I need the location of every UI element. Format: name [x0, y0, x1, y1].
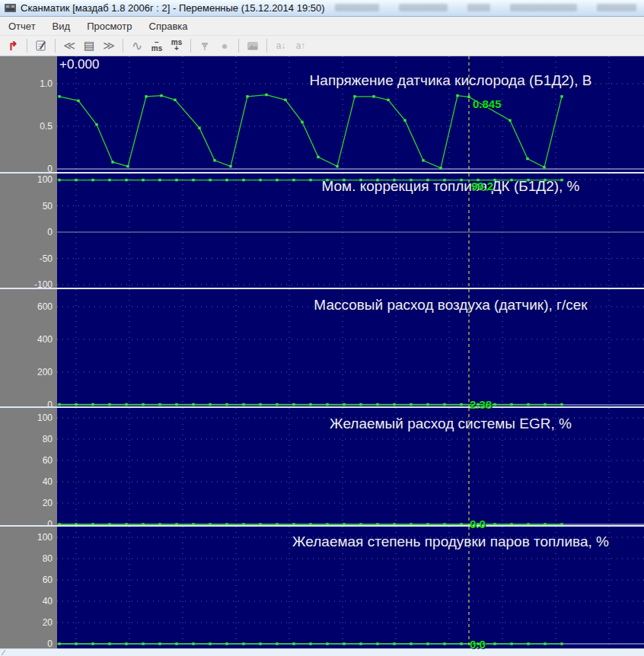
next-page-icon[interactable]: ≫: [100, 37, 118, 55]
cursor-value-label: 99.2: [471, 180, 493, 193]
menu-bar: Отчет Вид Просмотр Справка: [0, 17, 644, 36]
menu-view[interactable]: Вид: [44, 18, 79, 35]
toolbar-separator: [123, 39, 123, 53]
chart-panel-o2-voltage[interactable]: 1.00.50 +0.000 Напряжение датчика кислор…: [0, 56, 644, 172]
prev-page-icon[interactable]: ≪: [60, 37, 78, 55]
window-titlebar: Сканматик [маздаб 1.8 2006г : 2] - Перем…: [0, 0, 644, 17]
ms-decrease-icon[interactable]: −ms: [148, 37, 166, 55]
svg-text:20: 20: [43, 617, 53, 628]
chart-panel-evap-purge[interactable]: 100806040200 Желаемая степень продувки п…: [0, 525, 644, 648]
svg-text:0: 0: [47, 400, 53, 406]
app-icon: [5, 3, 16, 13]
trace-offset-label: +0.000: [59, 57, 99, 72]
image-export-icon[interactable]: [244, 37, 262, 55]
svg-text:-100: -100: [34, 279, 53, 288]
cursor-value-label: 0.0: [470, 517, 486, 530]
window-title: Сканматик [маздаб 1.8 2006г : 2] - Перем…: [21, 2, 325, 14]
chart-title: Желаемый расход системы EGR, %: [330, 416, 572, 432]
svg-text:60: 60: [43, 455, 53, 466]
svg-text:100: 100: [37, 412, 53, 423]
chart-title: Желаемая степень продувки паров топлива,…: [292, 533, 609, 550]
svg-text:60: 60: [43, 575, 53, 585]
toolbar-separator: [55, 39, 56, 53]
svg-text:-50: -50: [40, 253, 53, 264]
chart-title: Массовый расход воздуха (датчик), г/сек: [314, 297, 587, 314]
svg-text:0.5: 0.5: [40, 121, 53, 132]
menu-help[interactable]: Справка: [141, 18, 196, 35]
svg-text:100: 100: [37, 174, 53, 185]
menu-browse[interactable]: Просмотр: [78, 18, 140, 35]
marker-pin-icon[interactable]: [196, 37, 214, 55]
svg-text:100: 100: [37, 532, 53, 543]
svg-text:400: 400: [37, 334, 53, 345]
svg-text:600: 600: [37, 301, 53, 312]
toolbar: ↱ ≪ ▤ ≫ ∿ −ms ms+ ● a↓ a↑: [0, 36, 644, 56]
ms-increase-icon[interactable]: ms+: [167, 37, 186, 55]
toolbar-separator: [266, 39, 267, 53]
svg-text:40: 40: [43, 476, 53, 487]
svg-text:1.0: 1.0: [40, 78, 53, 89]
chart-panel-fuel-trim[interactable]: 100500-50-100 Мом. коррекция топлива ДК …: [0, 172, 644, 288]
sort-up-icon[interactable]: a↑: [292, 37, 310, 55]
chart-panel-egr[interactable]: 100806040200 Желаемый расход системы EGR…: [0, 406, 644, 525]
cursor-value-label: 0.845: [473, 97, 502, 110]
svg-text:0: 0: [47, 164, 53, 172]
list-icon[interactable]: ▤: [80, 37, 98, 55]
chart-title: Мом. коррекция топлива ДК (Б1Д2), %: [322, 178, 580, 195]
svg-text:20: 20: [43, 498, 53, 508]
toolbar-separator: [27, 39, 27, 53]
chart-title: Напряжение датчика кислорода (Б1Д2), В: [310, 72, 592, 89]
toolbar-separator: [190, 39, 191, 53]
background-window-ghosts: [335, 4, 636, 11]
chart-area: 1.00.50 +0.000 Напряжение датчика кислор…: [0, 56, 644, 648]
wave-icon[interactable]: ∿: [128, 37, 146, 55]
cursor-value-label: 0.0: [470, 638, 486, 651]
record-circle-icon[interactable]: ●: [215, 37, 234, 55]
resize-grip-icon[interactable]: [2, 650, 12, 655]
svg-text:200: 200: [37, 367, 53, 377]
svg-text:50: 50: [43, 201, 53, 212]
menu-report[interactable]: Отчет: [0, 18, 44, 35]
svg-text:80: 80: [43, 434, 53, 444]
chart-panel-maf[interactable]: 6004002000 Массовый расход воздуха (датч…: [0, 288, 644, 406]
report-notepad-icon[interactable]: [32, 37, 50, 55]
toolbar-separator: [238, 39, 239, 53]
svg-text:0: 0: [47, 638, 53, 648]
svg-text:40: 40: [43, 596, 53, 607]
svg-text:0: 0: [47, 519, 53, 525]
svg-text:80: 80: [43, 553, 53, 564]
sort-down-icon[interactable]: a↓: [272, 37, 290, 55]
svg-text:0: 0: [47, 227, 53, 237]
cursor-value-label: 2.38: [470, 398, 492, 411]
return-arrow-icon[interactable]: ↱: [4, 37, 22, 55]
bottom-strip: [0, 648, 644, 656]
